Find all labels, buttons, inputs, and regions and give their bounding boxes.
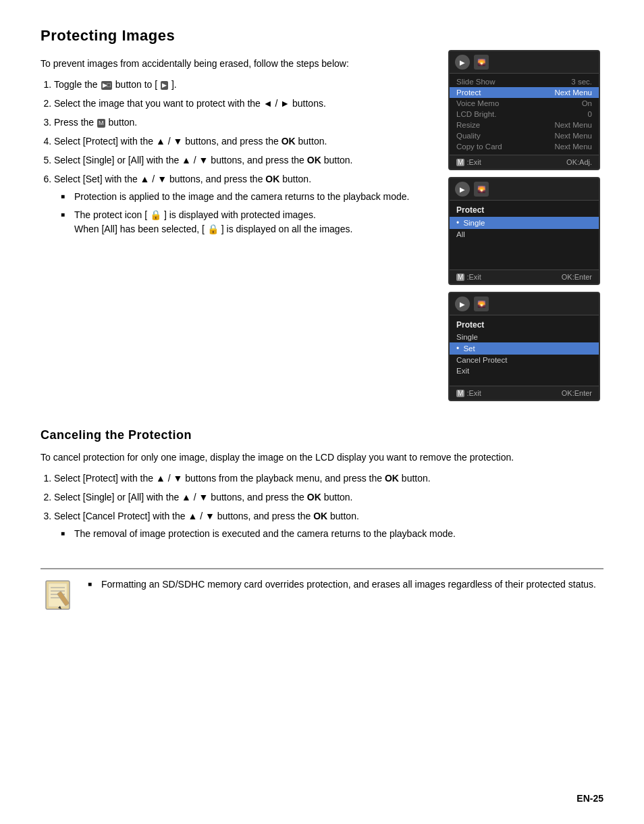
note-item-1: Formatting an SD/SDHC memory card overri… — [88, 577, 603, 592]
screen2-footer: M :Exit OK:Enter — [450, 269, 599, 284]
screen2-footer-right: OK:Enter — [562, 273, 592, 281]
screen1-header: ▶ 🌄 — [450, 51, 599, 74]
screen3-camera-icon: ▶ — [455, 297, 470, 311]
canceling-step-2: Select [Single] or [All] with the ▲ / ▼ … — [54, 490, 603, 505]
text-column: To prevent images from accidentally bein… — [41, 57, 435, 401]
screen3-play-icon: 🌄 — [474, 297, 489, 311]
intro-text: To prevent images from accidentally bein… — [41, 57, 435, 71]
bullet-2: The protect icon [ 🔒 ] is displayed with… — [61, 208, 435, 236]
screen1-footer-left: M :Exit — [456, 158, 481, 166]
screen1-row-lcdbright: LCD Bright. 0 — [450, 109, 599, 120]
notebook-svg — [41, 577, 78, 615]
screen2-play-icon: 🌄 — [474, 182, 489, 197]
screen3-footer: M :Exit OK:Enter — [450, 386, 599, 400]
step-6: Select [Set] with the ▲ / ▼ buttons, and… — [54, 172, 435, 236]
step-4: Select [Protect] with the ▲ / ▼ buttons,… — [54, 134, 435, 149]
screen2-row-all: All — [450, 229, 599, 240]
screen3-header: ▶ 🌄 — [450, 293, 599, 315]
screen1-row-slideshow: Slide Show 3 sec. — [450, 76, 599, 87]
bullet-1: Protection is applied to the image and t… — [61, 190, 435, 204]
screen1-play-icon: 🌄 — [474, 55, 489, 70]
canceling-title: Canceling the Protection — [41, 428, 603, 442]
screen2-spacer — [450, 240, 599, 267]
screen3-body: Protect Single • Set Cancel Protect Exit — [450, 315, 599, 386]
canceling-step-1: Select [Protect] with the ▲ / ▼ buttons … — [54, 471, 603, 486]
screen3-footer-left: M :Exit — [456, 389, 481, 397]
screen2-row-single: • Single — [450, 217, 599, 229]
note-content: Formatting an SD/SDHC memory card overri… — [88, 577, 603, 595]
step-2: Select the image that you want to protec… — [54, 97, 435, 111]
camera-screen-2: ▶ 🌄 Protect • Single All M :Exit OK:Ente… — [448, 177, 600, 285]
canceling-step-3: Select [Cancel Protect] with the ▲ / ▼ b… — [54, 509, 603, 541]
when-all-text: When [All] has been selected, [ 🔒 ] is d… — [74, 224, 352, 234]
camera-icon: ▶□ — [101, 81, 112, 91]
screen1-row-quality: Quality Next Menu — [450, 130, 599, 141]
canceling-steps-list: Select [Protect] with the ▲ / ▼ buttons … — [41, 471, 603, 541]
screen3-row-cancelprotect: Cancel Protect — [450, 355, 599, 365]
main-content: To prevent images from accidentally bein… — [41, 57, 603, 615]
screen3-spacer — [450, 376, 599, 383]
screen3-row-set: • Set — [450, 342, 599, 355]
menu-icon: M — [97, 119, 105, 128]
screen1-camera-icon: ▶ — [455, 55, 470, 70]
top-section: To prevent images from accidentally bein… — [41, 57, 603, 401]
page-title: Protecting Images — [41, 27, 603, 45]
screen1-row-protect: Protect Next Menu — [450, 87, 599, 98]
screen1-body: Slide Show 3 sec. Protect Next Menu Voic… — [450, 74, 599, 155]
page-number: EN-25 — [576, 793, 603, 804]
canceling-bullets: The removal of image protection is execu… — [54, 527, 603, 541]
canceling-bullet-1: The removal of image protection is execu… — [61, 527, 603, 541]
camera-screen-1: ▶ 🌄 Slide Show 3 sec. Protect Next Menu … — [448, 50, 600, 170]
step-6-bullets: Protection is applied to the image and t… — [54, 190, 435, 236]
screen2-camera-icon: ▶ — [455, 182, 470, 197]
steps-list: Toggle the ▶□ button to [ ▶ ]. Select th… — [41, 78, 435, 236]
screen1-footer: M :Exit OK:Adj. — [450, 155, 599, 169]
screen3-row-exit: Exit — [450, 365, 599, 376]
note-list: Formatting an SD/SDHC memory card overri… — [88, 577, 603, 592]
play-icon: ▶ — [161, 81, 168, 91]
screen2-body: Protect • Single All — [450, 201, 599, 269]
screen1-row-voicememo: Voice Memo On — [450, 98, 599, 109]
screen3-row-single: Single — [450, 332, 599, 342]
screen2-header: ▶ 🌄 — [450, 178, 599, 201]
screen3-footer-right: OK:Enter — [562, 389, 592, 397]
screen1-footer-right: OK:Adj. — [566, 158, 592, 166]
step-5: Select [Single] or [All] with the ▲ / ▼ … — [54, 153, 435, 168]
screen2-section-title: Protect — [450, 203, 599, 217]
screen1-row-resize: Resize Next Menu — [450, 120, 599, 130]
screen1-row-copytocard: Copy to Card Next Menu — [450, 141, 599, 152]
note-icon — [41, 577, 78, 615]
screens-column: ▶ 🌄 Slide Show 3 sec. Protect Next Menu … — [448, 50, 603, 401]
step-1: Toggle the ▶□ button to [ ▶ ]. — [54, 78, 435, 92]
note-section: Formatting an SD/SDHC memory card overri… — [41, 568, 603, 615]
camera-screen-3: ▶ 🌄 Protect Single • Set Cancel Protect — [448, 292, 600, 401]
step-3: Press the M button. — [54, 115, 435, 130]
canceling-section: Canceling the Protection To cancel prote… — [41, 428, 603, 548]
screen3-section-title: Protect — [450, 318, 599, 332]
canceling-intro: To cancel protection for only one image,… — [41, 450, 603, 465]
screen2-footer-left: M :Exit — [456, 273, 481, 281]
